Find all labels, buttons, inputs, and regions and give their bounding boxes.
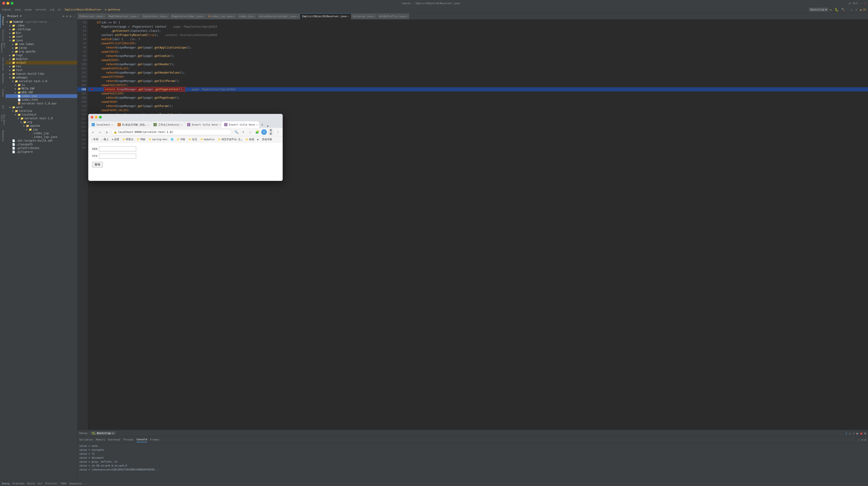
tree-item-index-jsp[interactable]: ▶ 📄 index.jsp <box>6 94 77 98</box>
tree-item-js[interactable]: ▶ 📁 js <box>6 83 77 87</box>
browser-tab-insert1[interactable]: I Insert title here ✕ <box>185 121 222 128</box>
bookmark-shenghuo[interactable]: 📁 生活 <box>188 138 198 141</box>
breadcrumb-el[interactable]: el <box>58 8 61 11</box>
tree-item-work[interactable]: ▼ 📁 work <box>6 105 77 109</box>
tree-item-index-html[interactable]: ▶ 📄 index.html <box>6 98 77 102</box>
tab-close-icon[interactable]: ✕ <box>137 15 138 18</box>
bookmark-loushang[interactable]: ☆ 楼上 <box>101 138 110 141</box>
tree-item-tomcat-build-libs[interactable]: ▶ 📁 tomcat-build-libs <box>6 72 77 76</box>
tab-variables[interactable]: Variables <box>79 437 93 442</box>
tab-close-icon[interactable]: ✕ <box>234 15 235 18</box>
tab-jspcontext[interactable]: JspContext.java ✕ <box>141 13 170 19</box>
sidebar-item-json-parser[interactable]: Json Parser <box>0 57 5 71</box>
tree-item-gitignore[interactable]: ▶ 📄 .gitignore <box>6 150 77 154</box>
git-push-button[interactable]: ↑ <box>855 7 858 12</box>
sidebar-item-big-data[interactable]: Big Data Tools <box>0 115 5 128</box>
tab-astvalue[interactable]: AstValue.java ✕ <box>351 13 377 19</box>
browser-menu-icon[interactable]: ⋮ <box>275 129 281 135</box>
tab-console[interactable]: Console <box>136 437 147 442</box>
run-button[interactable]: ▶ <box>829 7 833 12</box>
tree-item-meta-inf[interactable]: ▶ 📁 META-INF <box>6 87 77 90</box>
browser-tab-close-icon[interactable]: ✕ <box>219 123 220 126</box>
panel-close-icon[interactable]: — <box>73 14 75 18</box>
git-x[interactable]: ✗ <box>864 2 866 5</box>
browser-refresh-button[interactable]: 更新 <box>268 129 274 135</box>
browser-tab-insert2[interactable]: I Insert title here ✕ <box>222 121 259 128</box>
sidebar-item-bookmarks[interactable]: Bookmarks <box>0 129 5 143</box>
browser-extension-icon[interactable]: 🧩 <box>254 129 260 135</box>
bookmark-spring-mvc[interactable]: 📁 spring-mvc <box>148 138 168 141</box>
sidebar-item-pull-requests[interactable]: Pull Requests <box>0 43 5 57</box>
tab-close-icon[interactable]: ✕ <box>406 15 408 18</box>
tab-mapelresolver[interactable]: MapELResolver.java ✕ <box>106 13 141 19</box>
tab-frames[interactable]: Frames <box>150 437 159 442</box>
browser-url-bar[interactable]: 🔒 localhost:8080/servelet-test-1.0/ <box>111 129 232 135</box>
form-input-yyy[interactable] <box>99 154 136 159</box>
debug-chip-close[interactable]: ✕ <box>113 432 114 434</box>
status-problems[interactable]: Problems <box>12 482 25 485</box>
tab-close-icon[interactable]: ✕ <box>347 15 349 18</box>
git-check[interactable]: ✓ <box>861 2 862 5</box>
browser-new-tab-button[interactable]: + <box>259 121 266 128</box>
tree-item-org-apache[interactable]: ▶ 📁 org.apache <box>6 50 77 53</box>
tree-item-localhost[interactable]: ▼ 📁 localhost <box>6 113 77 116</box>
tab-astdotsuffix[interactable]: AstDotSuffix.java ✕ <box>377 13 410 19</box>
browser-maximize-button[interactable] <box>99 116 102 119</box>
tree-item-logs[interactable]: ▶ 📁 logs <box>6 53 77 57</box>
bookmark-other[interactable]: 其他书签 <box>261 138 273 141</box>
resume-icon[interactable]: ▶ <box>857 431 859 435</box>
sidebar-item-gradle[interactable]: Gradle <box>0 86 5 100</box>
bookmark-taobao[interactable]: 📁 淘宝开放平台-文… <box>217 138 243 141</box>
tab-valueexpression[interactable]: ValueExpressionImpl.java ✕ <box>257 13 300 19</box>
tree-item-index-jsp-class[interactable]: ▶ ☕ index_jsp <box>6 131 77 135</box>
vcs-icon[interactable]: ⎇ <box>848 2 851 5</box>
tree-item-bin[interactable]: ▶ 📁 bin <box>6 31 77 35</box>
tree-item-modules[interactable]: ▶ 📁 modules <box>6 57 77 61</box>
run-config-dropdown[interactable]: Bootstrap ▼ <box>809 8 828 11</box>
tab-implicitobject[interactable]: ImplicitObjectELResolver.java ✕ <box>300 13 351 19</box>
tree-item-apache[interactable]: ▼ 📁 apache <box>6 124 77 127</box>
tree-item-output[interactable]: ▶ 📁 output <box>6 61 77 64</box>
breadcrumb-jsp[interactable]: jsp <box>50 8 55 11</box>
console-filter-icon[interactable]: ≡ <box>862 438 863 441</box>
tree-item-settings[interactable]: ▶ 📁 .settings <box>6 27 77 31</box>
debug-chip-bootstrap[interactable]: 🐛 Bootstrap ✕ <box>90 431 116 435</box>
tree-item-index-jsp-java[interactable]: ▶ ☕ index_jsp.java <box>6 135 77 139</box>
bookmark-settings[interactable]: ⚙ 设置 <box>111 138 120 141</box>
tree-item-ant-build[interactable]: ▶ 📄 .ant-targets-build.xml <box>6 139 77 143</box>
tree-item-servelet-test[interactable]: ▼ 📁 servelet-test-1.0 <box>6 79 77 83</box>
bookmark-aliyun[interactable]: 📁 阿里云 <box>122 138 134 141</box>
tree-item-servelet-test-work[interactable]: ▼ 📁 servelet-test-1.0 <box>6 116 77 120</box>
tree-item-res[interactable]: ▶ 📁 res <box>6 64 77 68</box>
tree-item-gitattributes[interactable]: ▶ 📄 .gitattributes <box>6 146 77 150</box>
bookmark-shuqian[interactable]: 📁 书签 <box>176 138 186 141</box>
warnings-badge[interactable]: ▲ 15 <box>860 8 866 11</box>
tree-item-java[interactable]: ▼ 📁 java <box>6 38 77 42</box>
tab-close-icon[interactable]: ✕ <box>166 15 168 18</box>
tree-item-test[interactable]: ▶ 📁 test <box>6 68 77 72</box>
browser-bookmark-icon[interactable]: ☆ <box>247 129 253 135</box>
tree-item-webapps[interactable]: ▼ 📁 webapps <box>6 76 77 79</box>
tab-close-icon[interactable]: ✕ <box>203 15 205 18</box>
browser-share-icon[interactable]: ⬆ <box>240 129 246 135</box>
tab-index-jsp-java[interactable]: index_jsp.java ✕ <box>207 13 237 19</box>
tree-item-web-inf[interactable]: ▶ 📁 WEB-INF <box>6 90 77 94</box>
sidebar-item-ant[interactable]: Ant <box>0 100 5 114</box>
tree-item-catalina[interactable]: ▼ 📁 Catalina <box>6 109 77 113</box>
form-submit-button[interactable]: 查询 <box>92 162 103 168</box>
breadcrumb-javax[interactable]: javax <box>24 8 32 11</box>
console-settings-icon[interactable]: ⚙ <box>865 438 866 441</box>
status-profiler[interactable]: Profiler <box>45 482 58 485</box>
maximize-button[interactable] <box>11 2 13 5</box>
browser-forward-button[interactable]: → <box>97 129 103 135</box>
breadcrumb-servlet[interactable]: servlet <box>35 8 46 11</box>
tab-close-icon[interactable]: ✕ <box>254 15 255 18</box>
bookmark-changyong[interactable]: ☆ 常用 <box>90 138 99 141</box>
bookmark-mybatis[interactable]: 📁 mybatis <box>199 138 215 141</box>
tree-item-javax[interactable]: ▶ 📁 javax <box>6 46 77 50</box>
breadcrumb-java[interactable]: java <box>14 8 21 11</box>
tree-item-war[interactable]: ▶ 📦 servelet-test-1.0.war <box>6 102 77 105</box>
tree-item-org[interactable]: ▼ 📁 org <box>6 120 77 124</box>
tab-close-icon[interactable]: ✕ <box>374 15 375 18</box>
bookmark-jiaxiao[interactable]: 📁 驾校 <box>136 138 146 141</box>
